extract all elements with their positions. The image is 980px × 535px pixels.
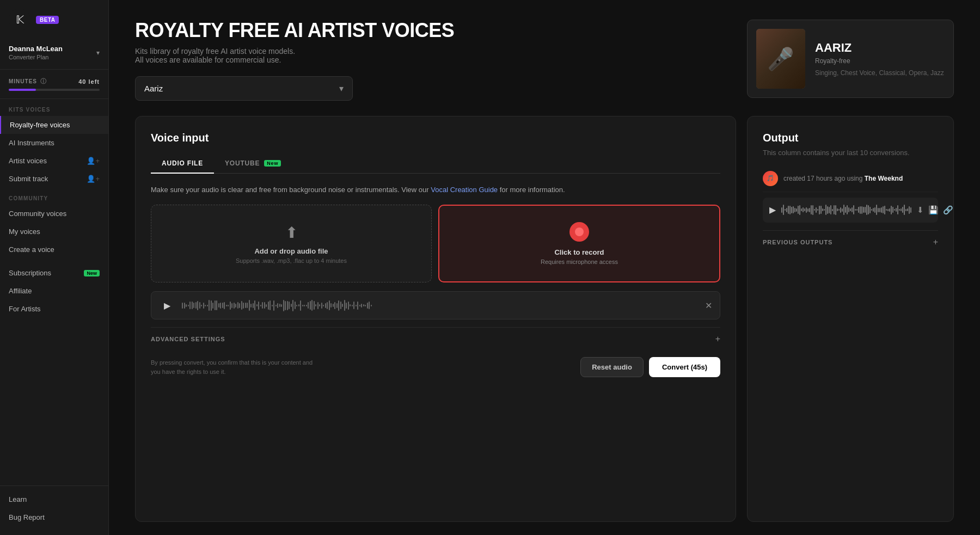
learn-label: Learn: [9, 495, 27, 503]
record-sub: Requires microphone access: [541, 259, 618, 265]
previous-outputs[interactable]: PREVIOUS OUTPUTS +: [763, 230, 938, 254]
logo-area: 𝕂 BETA: [0, 9, 108, 39]
my-voices-label: My voices: [9, 227, 40, 236]
output-info: created 17 hours ago using The Weeknd: [783, 175, 938, 182]
tabs: AUDIO FILE YOUTUBE New: [151, 154, 720, 174]
kits-logo-icon: 𝕂: [9, 9, 30, 30]
output-play-row: ▶ ⬇ 💾 🔗: [763, 198, 938, 223]
sidebar-item-ai-instruments[interactable]: AI Instruments: [0, 134, 108, 152]
sidebar: 𝕂 BETA Deanna McLean Converter Plan ▾ MI…: [0, 0, 109, 535]
output-subtitle: This column contains your last 10 conver…: [763, 149, 938, 157]
royalty-free-label: Royalty-free voices: [10, 121, 70, 129]
reset-audio-button[interactable]: Reset audio: [580, 357, 644, 377]
sidebar-item-community-voices[interactable]: Community voices: [0, 205, 108, 223]
artist-tags: Singing, Chest Voice, Classical, Opera, …: [815, 69, 945, 77]
save-icon[interactable]: 💾: [928, 205, 939, 215]
voice-selector[interactable]: Aariz ▾: [135, 76, 353, 101]
record-box[interactable]: Click to record Requires microphone acce…: [438, 205, 720, 282]
upload-icon: ⬆: [285, 224, 298, 242]
page-subtitle: Kits library of royalty free AI artist v…: [135, 47, 725, 64]
sidebar-item-affiliate[interactable]: Affiliate: [0, 282, 108, 300]
minutes-section: MINUTES ⓘ 40 left: [0, 70, 108, 99]
artist-name: AARIZ: [815, 41, 945, 55]
play-button[interactable]: ▶: [159, 297, 175, 313]
sidebar-item-bug-report[interactable]: Bug Report: [0, 508, 108, 526]
output-artist-icon: 🎵: [763, 171, 778, 186]
expand-prev-icon: +: [933, 237, 938, 247]
vocal-creation-guide-link[interactable]: Vocal Creation Guide: [431, 186, 498, 194]
submit-track-label: Submit track: [9, 175, 48, 183]
top-section: ROYALTY FREE AI ARTIST VOICES Kits libra…: [109, 0, 980, 116]
link-icon[interactable]: 🔗: [943, 205, 953, 215]
output-title: Output: [763, 132, 938, 144]
sidebar-item-for-artists[interactable]: For Artists: [0, 300, 108, 318]
page-title: ROYALTY FREE AI ARTIST VOICES: [135, 20, 725, 41]
artist-voices-label: Artist voices: [9, 157, 47, 165]
previous-outputs-label: PREVIOUS OUTPUTS: [763, 239, 832, 245]
main-content: ROYALTY FREE AI ARTIST VOICES Kits libra…: [109, 0, 980, 535]
waveform-bar: ▶ ✕: [151, 291, 720, 319]
minutes-label: MINUTES: [9, 78, 37, 84]
waveform-visual: [182, 297, 699, 313]
affiliate-label: Affiliate: [9, 287, 32, 295]
upload-area: ⬆ Add or drop audio file Supports .wav, …: [151, 205, 720, 282]
upload-title: Add or drop audio file: [254, 247, 328, 255]
sidebar-item-artist-voices[interactable]: Artist voices 👤+: [0, 152, 108, 170]
voice-selector-chevron-icon: ▾: [339, 83, 344, 94]
sidebar-item-my-voices[interactable]: My voices: [0, 223, 108, 241]
output-panel: Output This column contains your last 10…: [747, 116, 954, 522]
user-menu[interactable]: Deanna McLean Converter Plan ▾: [0, 39, 108, 70]
tab-youtube[interactable]: YOUTUBE New: [214, 154, 292, 174]
record-dot-icon: [569, 222, 589, 242]
minutes-progress-fill: [9, 89, 36, 91]
upload-box[interactable]: ⬆ Add or drop audio file Supports .wav, …: [151, 205, 432, 282]
subscriptions-new-badge: New: [84, 270, 100, 276]
kits-voices-section-label: KITS VOICES: [0, 99, 108, 116]
voice-input-panel: Voice input AUDIO FILE YOUTUBE New Make …: [135, 116, 736, 522]
beta-badge: BETA: [36, 16, 59, 24]
upload-sub: Supports .wav, .mp3, .flac up to 4 minut…: [236, 257, 347, 264]
bug-report-label: Bug Report: [9, 513, 45, 521]
user-name: Deanna McLean: [9, 45, 63, 53]
close-button[interactable]: ✕: [705, 300, 712, 311]
expand-icon: +: [715, 334, 720, 344]
artist-photo: [756, 29, 805, 89]
sidebar-item-learn[interactable]: Learn: [0, 490, 108, 508]
output-waveform-visual: [781, 202, 911, 218]
voice-selector-name: Aariz: [144, 84, 163, 93]
for-artists-label: For Artists: [9, 305, 41, 313]
convert-button[interactable]: Convert (45s): [649, 357, 720, 377]
sidebar-item-submit-track[interactable]: Submit track 👤+: [0, 170, 108, 188]
youtube-new-badge: New: [264, 160, 281, 167]
svg-text:𝕂: 𝕂: [16, 14, 24, 26]
artist-card: AARIZ Royalty-free Singing, Chest Voice,…: [747, 20, 954, 98]
output-play-button[interactable]: ▶: [769, 202, 776, 218]
advanced-settings[interactable]: ADVANCED SETTINGS +: [151, 327, 720, 350]
sidebar-item-create-voice[interactable]: Create a voice: [0, 241, 108, 259]
bottom-info: By pressing convert, you confirm that th…: [151, 358, 314, 376]
voice-input-title: Voice input: [151, 132, 720, 144]
minutes-progress-bar: [9, 89, 100, 91]
advanced-settings-label: ADVANCED SETTINGS: [151, 336, 225, 342]
sidebar-bottom: Learn Bug Report: [0, 485, 108, 526]
tab-audio-file[interactable]: AUDIO FILE: [151, 154, 214, 174]
ai-instruments-label: AI Instruments: [9, 139, 54, 147]
output-recent-item: 🎵 created 17 hours ago using The Weeknd: [763, 165, 938, 192]
chevron-down-icon: ▾: [96, 49, 100, 57]
community-voices-label: Community voices: [9, 210, 66, 218]
sidebar-item-royalty-free[interactable]: Royalty-free voices: [0, 116, 108, 134]
info-icon: ⓘ: [40, 77, 47, 85]
bottom-bar: By pressing convert, you confirm that th…: [151, 357, 720, 377]
subscriptions-label: Subscriptions: [9, 269, 51, 277]
user-plan: Converter Plan: [9, 54, 63, 60]
download-icon[interactable]: ⬇: [917, 205, 924, 215]
artist-tag: Royalty-free: [815, 57, 945, 65]
tab-info: Make sure your audio is clear and free f…: [151, 185, 720, 195]
record-title: Click to record: [554, 248, 604, 256]
community-section-label: COMMUNITY: [0, 188, 108, 205]
content-area: Voice input AUDIO FILE YOUTUBE New Make …: [109, 116, 980, 535]
create-voice-label: Create a voice: [9, 245, 54, 254]
sidebar-item-subscriptions[interactable]: Subscriptions New: [0, 264, 108, 282]
minutes-left: 40 left: [78, 78, 100, 85]
